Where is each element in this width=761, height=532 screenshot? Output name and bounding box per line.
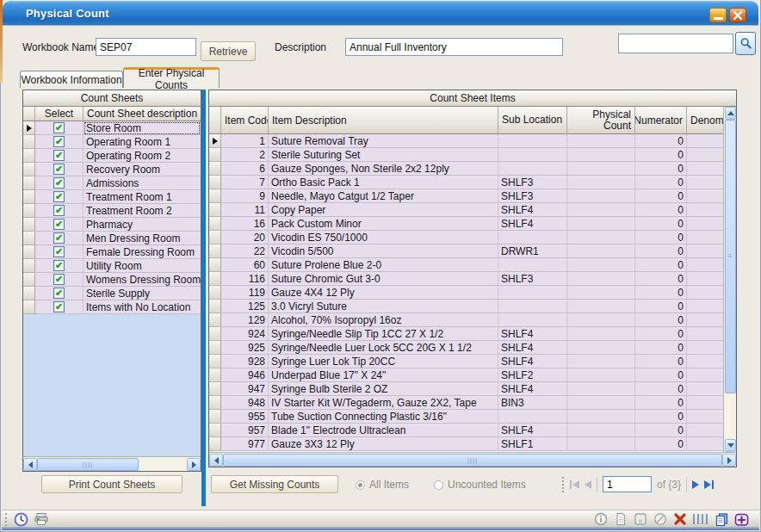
- item-description-cell[interactable]: Syringe/Needle Slip Tip 1CC 27 X 1/2: [269, 327, 498, 341]
- item-code-cell[interactable]: 16: [221, 217, 269, 231]
- count-sheet-description-cell[interactable]: Sterile Supply: [84, 287, 201, 300]
- description-input[interactable]: [345, 38, 563, 56]
- item-row[interactable]: 928 Syringe Luer Lok Tip 20CC SHLF4 0: [209, 355, 723, 368]
- checkbox-checked-icon[interactable]: [53, 205, 65, 216]
- item-description-cell[interactable]: 3.0 Vicryl Suture: [269, 300, 498, 313]
- physical-count-cell[interactable]: [567, 396, 635, 410]
- item-code-cell[interactable]: 11: [221, 203, 269, 217]
- denominator-cell[interactable]: [687, 189, 723, 203]
- sub-location-cell[interactable]: [498, 134, 567, 148]
- count-sheet-row[interactable]: Men Dressing Room: [23, 232, 201, 245]
- physical-count-cell[interactable]: [567, 382, 635, 396]
- denominator-cell[interactable]: [687, 231, 723, 244]
- select-cell[interactable]: [35, 204, 84, 218]
- printer-icon[interactable]: [34, 511, 49, 527]
- denominator-cell[interactable]: [687, 368, 723, 382]
- item-description-cell[interactable]: Vicodin ES 750/1000: [269, 231, 498, 244]
- select-cell[interactable]: [35, 218, 84, 232]
- scroll-up-arrow-icon[interactable]: [725, 107, 736, 120]
- numerator-cell[interactable]: 0: [635, 437, 687, 451]
- all-items-radio[interactable]: All Items: [356, 479, 409, 491]
- scroll-left-arrow-icon[interactable]: [209, 454, 223, 467]
- denominator-cell[interactable]: [687, 396, 723, 410]
- save-icon[interactable]: [633, 511, 648, 527]
- item-description-cell[interactable]: Needle, Mayo Catgut 1/2 Taper: [269, 189, 498, 203]
- row-indicator-cell[interactable]: [23, 259, 35, 273]
- sub-location-cell[interactable]: SHLF1: [498, 437, 567, 451]
- item-row[interactable]: 947 Syringe Bulb Sterile 2 OZ SHLF4 0: [209, 382, 723, 396]
- item-code-cell[interactable]: 947: [221, 382, 269, 396]
- physical-count-cell[interactable]: [567, 355, 635, 368]
- checkbox-checked-icon[interactable]: [53, 274, 65, 285]
- hscroll-thumb[interactable]: ||||: [37, 458, 139, 471]
- numerator-cell[interactable]: 0: [635, 410, 687, 424]
- sub-location-cell[interactable]: SHLF4: [498, 355, 567, 368]
- count-sheet-description-cell[interactable]: Female Dressing Room: [84, 245, 201, 259]
- physical-count-cell[interactable]: [567, 286, 635, 300]
- row-indicator-cell[interactable]: [209, 286, 221, 300]
- minimize-button[interactable]: [709, 8, 727, 22]
- item-code-cell[interactable]: 116: [221, 272, 269, 286]
- row-indicator-cell[interactable]: [23, 163, 35, 176]
- count-sheet-description-cell[interactable]: Men Dressing Room: [84, 232, 201, 245]
- delete-x-icon[interactable]: [672, 511, 688, 527]
- checkbox-checked-icon[interactable]: [53, 301, 65, 312]
- sub-location-cell[interactable]: [498, 300, 567, 313]
- physical-count-cell[interactable]: [567, 162, 635, 176]
- row-indicator-cell[interactable]: [23, 149, 35, 163]
- count-sheet-description-cell[interactable]: Pharmacy: [84, 218, 201, 232]
- denominator-cell[interactable]: [687, 134, 723, 148]
- numerator-cell[interactable]: 0: [635, 300, 687, 313]
- items-hscrollbar[interactable]: ||||: [209, 452, 736, 467]
- denominator-cell[interactable]: [687, 286, 723, 300]
- physical-count-cell[interactable]: [567, 437, 635, 451]
- numerator-cell[interactable]: 0: [635, 382, 687, 396]
- row-indicator-cell[interactable]: [209, 410, 221, 424]
- item-description-cell[interactable]: Gauze 4X4 12 Ply: [269, 286, 498, 300]
- uncounted-items-radio[interactable]: Uncounted Items: [434, 479, 526, 491]
- select-cell[interactable]: [35, 232, 84, 245]
- sub-location-cell[interactable]: [498, 313, 567, 327]
- count-sheet-description-cell[interactable]: Recovery Room: [84, 163, 201, 176]
- count-sheet-row[interactable]: Operating Room 2: [23, 149, 201, 163]
- item-row[interactable]: 977 Gauze 3X3 12 Ply SHLF1 0: [209, 437, 723, 451]
- numerator-cell[interactable]: 0: [635, 286, 687, 300]
- numerator-cell[interactable]: 0: [635, 162, 687, 176]
- item-code-cell[interactable]: 946: [221, 368, 269, 382]
- item-code-cell[interactable]: 9: [221, 189, 269, 203]
- sub-location-cell[interactable]: SHLF3: [498, 272, 567, 286]
- numerator-cell[interactable]: 0: [635, 134, 687, 148]
- item-description-cell[interactable]: Syringe Bulb Sterile 2 OZ: [269, 382, 498, 396]
- row-indicator-cell[interactable]: [23, 287, 35, 300]
- row-indicator-cell[interactable]: [209, 355, 221, 368]
- physical-count-cell[interactable]: [567, 244, 635, 258]
- count-sheet-row[interactable]: Treatment Room 1: [23, 190, 201, 204]
- denominator-cell[interactable]: [687, 410, 723, 424]
- numerator-cell[interactable]: 0: [635, 244, 687, 258]
- physical-count-cell[interactable]: [567, 203, 635, 217]
- select-cell[interactable]: [35, 149, 84, 163]
- count-sheet-description-cell[interactable]: Admissions: [84, 176, 201, 190]
- checkbox-checked-icon[interactable]: [53, 191, 65, 202]
- physical-count-cell[interactable]: [567, 272, 635, 286]
- physical-count-cell[interactable]: [567, 258, 635, 272]
- item-row[interactable]: 11 Copy Paper SHLF4 0: [209, 203, 723, 217]
- item-code-cell[interactable]: 20: [221, 231, 269, 244]
- scroll-right-arrow-icon[interactable]: [722, 454, 736, 467]
- count-sheet-description-cell[interactable]: Treatment Room 1: [84, 190, 201, 204]
- numerator-cell[interactable]: 0: [635, 217, 687, 231]
- denominator-column-header[interactable]: Denominator: [687, 107, 723, 134]
- sub-location-cell[interactable]: [498, 410, 567, 424]
- sub-location-cell[interactable]: SHLF3: [498, 189, 567, 203]
- physical-count-cell[interactable]: [567, 341, 635, 355]
- select-cell[interactable]: [35, 287, 84, 300]
- count-sheet-row[interactable]: Items with No Location: [23, 300, 201, 314]
- physical-count-cell[interactable]: [567, 313, 635, 327]
- sub-location-cell[interactable]: BIN3: [498, 396, 567, 410]
- item-code-cell[interactable]: 948: [221, 396, 269, 410]
- denominator-cell[interactable]: [687, 355, 723, 368]
- item-description-cell[interactable]: Underpad Blue 17" X 24": [269, 368, 498, 382]
- item-row[interactable]: 955 Tube Suction Connecting Plastic 3/16…: [209, 410, 723, 424]
- sub-location-cell[interactable]: SHLF4: [498, 341, 567, 355]
- count-sheet-description-cell[interactable]: Operating Room 2: [84, 149, 201, 163]
